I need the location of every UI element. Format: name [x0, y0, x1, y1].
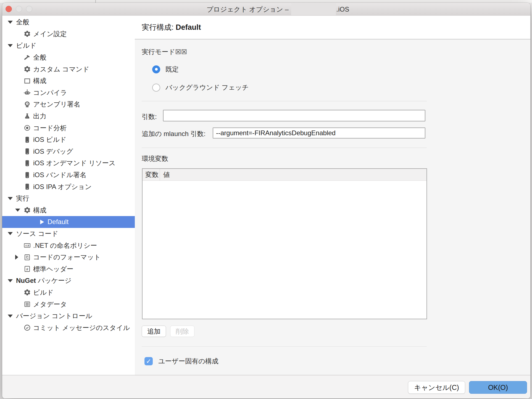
disclosure-slot[interactable] — [8, 315, 16, 318]
sidebar-item-assembly-signing[interactable]: アセンブリ署名 — [2, 99, 135, 110]
disclosure-expanded-icon[interactable] — [15, 209, 20, 212]
play-icon — [38, 218, 45, 226]
page-title-value: Default — [176, 23, 201, 32]
check-glyph: ✓ — [146, 358, 151, 365]
sidebar-item-nuget-build[interactable]: ビルド — [2, 287, 135, 299]
sidebar-item-general[interactable]: 全般 — [2, 16, 135, 28]
close-traffic-light-icon[interactable] — [6, 6, 12, 12]
phone-icon — [23, 148, 31, 155]
environment-variables-label: 環境変数 — [142, 154, 168, 163]
sidebar-item-compiler[interactable]: コンパイラ — [2, 87, 135, 99]
sidebar-item-version-control[interactable]: バージョン コントロール — [2, 310, 135, 322]
sidebar-item-code-format[interactable]: コードのフォーマット — [2, 251, 135, 263]
disclosure-expanded-icon[interactable] — [8, 44, 13, 47]
doc-lines-icon — [23, 300, 31, 308]
background-window-divider — [95, 0, 96, 3]
disclosure-expanded-icon[interactable] — [8, 21, 13, 24]
radio-selected-icon[interactable] — [152, 65, 160, 73]
sidebar-item-source-code[interactable]: ソース コード — [2, 228, 135, 240]
sidebar-tree: 全般メイン設定ビルド全般カスタム コマンド構成コンパイラアセンブリ署名出力コード… — [2, 16, 135, 334]
cancel-button[interactable]: キャンセル(C) — [408, 381, 465, 394]
sidebar-item-nuget-packages[interactable]: NuGet パッケージ — [2, 275, 135, 287]
sidebar-item-standard-header[interactable]: #標準ヘッダー — [2, 263, 135, 275]
sidebar-item-label: ソース コード — [16, 229, 58, 238]
doc-hash-icon: # — [23, 265, 31, 273]
checkbox-checked-icon[interactable]: ✓ — [144, 357, 153, 365]
sidebar-item-label: バージョン コントロール — [16, 312, 92, 320]
remove-button-label: 削除 — [176, 327, 189, 336]
add-button[interactable]: 追加 — [142, 326, 166, 337]
disclosure-slot[interactable] — [8, 197, 16, 200]
disclosure-expanded-icon[interactable] — [8, 279, 13, 282]
sidebar-item-ios-ondemand[interactable]: iOS オンデマンド リソース — [2, 157, 135, 169]
sidebar-item-nuget-metadata[interactable]: メタデータ — [2, 298, 135, 310]
sidebar-item-label: アセンブリ署名 — [33, 100, 80, 109]
sidebar-item-label: 構成 — [33, 206, 46, 215]
zoom-traffic-light-icon[interactable] — [26, 6, 32, 12]
remove-button[interactable]: 削除 — [170, 326, 194, 337]
window-title-suffix: .iOS — [336, 6, 349, 13]
ok-button[interactable]: OK(O) — [469, 381, 527, 394]
run-mode-label: 実行モード☒☒ — [142, 47, 187, 56]
sidebar-item-ios-build[interactable]: iOS ビルド — [2, 134, 135, 146]
sidebar-item-label: Default — [48, 218, 69, 226]
sidebar-item-label: 全般 — [16, 18, 29, 26]
env-column-separator[interactable] — [160, 169, 160, 180]
sidebar-item-run-configurations[interactable]: 構成 — [2, 204, 135, 216]
sidebar-item-label-latin: NuGet — [16, 277, 36, 284]
sidebar-item-build-general[interactable]: 全般 — [2, 52, 135, 63]
radio-default-mode[interactable]: 既定 — [152, 65, 179, 74]
disclosure-slot[interactable] — [8, 21, 16, 24]
env-table-body[interactable] — [143, 181, 426, 319]
disclosure-slot[interactable] — [8, 279, 16, 282]
disclosure-expanded-icon[interactable] — [8, 197, 13, 200]
sidebar-item-label: iOS バンドル署名 — [33, 171, 86, 179]
sidebar-item-label: コミット メッセージのスタイル — [33, 323, 130, 332]
sidebar-item-main-settings[interactable]: メイン設定 — [2, 28, 135, 40]
user-specific-configuration-label: ユーザー固有の構成 — [158, 357, 218, 366]
arguments-input[interactable] — [163, 110, 425, 121]
disclosure-slot[interactable] — [8, 44, 16, 47]
sidebar-item-configurations[interactable]: 構成 — [2, 75, 135, 87]
sidebar-item-code-analysis[interactable]: コード分析 — [2, 122, 135, 134]
sidebar-item-label: メタデータ — [33, 300, 67, 309]
sidebar-item-build[interactable]: ビルド — [2, 40, 135, 52]
disclosure-slot[interactable] — [15, 209, 23, 212]
disclosure-slot[interactable] — [15, 255, 23, 260]
sidebar-item-ios-debug[interactable]: iOS デバッグ — [2, 146, 135, 158]
sidebar-item-label: .NET の命名ポリシー — [33, 241, 97, 250]
disclosure-expanded-icon[interactable] — [8, 232, 13, 235]
minimize-traffic-light-icon[interactable] — [16, 6, 22, 12]
disclosure-expanded-icon[interactable] — [8, 315, 13, 318]
sidebar-item-commit-message[interactable]: コミット メッセージのスタイル — [2, 322, 135, 334]
sidebar-item-ios-bundle-signing[interactable]: iOS バンドル署名 — [2, 169, 135, 181]
sidebar-item-label: iOS オンデマンド リソース — [33, 159, 115, 167]
sidebar-item-ios-ipa-options[interactable]: iOS IPA オプション — [2, 181, 135, 193]
radio-background-fetch[interactable]: バックグラウンド フェッチ — [152, 83, 249, 92]
sidebar-item-label: 実行 — [16, 194, 29, 203]
sidebar-item-run[interactable]: 実行 — [2, 193, 135, 204]
redacted-project-name — [291, 3, 336, 15]
arguments-label: 引数: — [142, 112, 157, 121]
title-bar[interactable]: プロジェクト オプション – .iOS — [2, 3, 530, 16]
project-options-dialog: プロジェクト オプション – .iOS 全般メイン設定ビルド全般カスタム コマン… — [2, 3, 530, 398]
sidebar-item-custom-commands[interactable]: カスタム コマンド — [2, 63, 135, 75]
radio-default-label: 既定 — [165, 65, 179, 74]
sidebar-item-output[interactable]: 出力 — [2, 110, 135, 122]
sidebar-item-net-naming[interactable]: A.B.NET の命名ポリシー — [2, 240, 135, 251]
mlaunch-arguments-input[interactable] — [213, 127, 425, 139]
section-divider — [142, 346, 427, 347]
environment-variables-table[interactable]: 変数 値 — [142, 168, 427, 319]
page-title-label: 実行構成: — [142, 22, 176, 32]
sidebar-item-label: NuGet パッケージ — [16, 276, 72, 285]
user-specific-configuration-checkbox[interactable]: ✓ ユーザー固有の構成 — [144, 357, 218, 366]
env-column-value: 値 — [163, 170, 170, 179]
phone-icon — [23, 183, 31, 190]
disclosure-slot[interactable] — [8, 232, 16, 235]
sidebar-item-label: コードのフォーマット — [33, 253, 101, 262]
radio-unselected-icon[interactable] — [152, 84, 160, 92]
disclosure-collapsed-icon[interactable] — [15, 255, 18, 260]
sidebar-item-run-default[interactable]: Default — [2, 216, 135, 228]
flask-icon — [23, 113, 31, 120]
gear-icon — [23, 289, 31, 296]
